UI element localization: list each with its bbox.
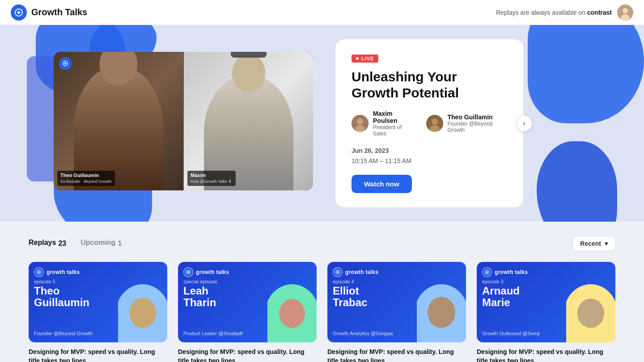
replay-text: Replays are always available on contrast: [496, 9, 612, 16]
card-episode-3: episode 4: [333, 279, 354, 284]
talk-title: Unleashing Your Growth Potential: [352, 69, 507, 101]
video-left: Theo Guillaumin Co-founder · Beyond Grow…: [54, 52, 183, 190]
svg-point-20: [486, 271, 488, 273]
svg-point-14: [38, 271, 40, 273]
card-person-2: [267, 269, 317, 342]
left-speaker-badge: Theo Guillaumin Co-founder · Beyond Grow…: [57, 171, 115, 186]
sort-button[interactable]: Recent ▾: [572, 236, 615, 251]
video-panel: Theo Guillaumin Co-founder · Beyond Grow…: [54, 52, 318, 195]
content-section: Replays 23 Upcoming 1 Recent ▾ growth ta…: [0, 222, 644, 362]
card-thumbnail-1: growth talks episode 5 TheoGuillaumin Fo…: [29, 262, 167, 342]
speaker-1-info: Maxim Poulsen President of Sales: [373, 110, 415, 137]
card-title-4: Designing for MVP: speed vs quality. Lon…: [477, 348, 615, 362]
svg-point-6: [64, 63, 66, 64]
card-episode-4: episode 3: [482, 279, 504, 284]
tab-upcoming[interactable]: Upcoming: [80, 239, 115, 248]
live-badge: LIVE: [352, 55, 378, 63]
speaker-2-info: Theo Guillamin Founder @Beyond Growth: [448, 114, 507, 133]
svg-point-8: [357, 118, 363, 125]
cards-grid: growth talks episode 5 TheoGuillaumin Fo…: [29, 262, 615, 362]
chevron-down-icon: ▾: [605, 240, 608, 247]
speaker-2-avatar: [426, 115, 443, 132]
card-guest-name-4: ArnaudMarie: [482, 285, 520, 309]
svg-point-1: [17, 11, 20, 14]
app-title: Growth Talks: [31, 7, 87, 17]
watch-now-button[interactable]: Watch now: [352, 175, 412, 193]
card-brand-1: growth talks: [47, 269, 80, 275]
card-guest-role-3: Growth Analytics @Gorgias: [333, 331, 393, 336]
svg-point-3: [623, 8, 628, 13]
svg-point-16: [187, 271, 189, 273]
card-brand-2: growth talks: [196, 269, 229, 275]
tab-upcoming-count: 1: [118, 240, 122, 248]
card-brand-3: growth talks: [345, 269, 378, 275]
event-time: Jun 26, 2023 10:15 AM – 11:15 AM: [352, 146, 507, 166]
episode-card-3[interactable]: growth talks episode 4 ElliotTrabac Grow…: [327, 262, 466, 362]
card-logo-4: [482, 267, 492, 277]
right-speaker-badge: Maxim Host @Growth Talks 🎙: [187, 171, 236, 186]
card-person-1: [118, 269, 167, 342]
header: Growth Talks Replays are always availabl…: [0, 0, 644, 25]
hero-section: Theo Guillaumin Co-founder · Beyond Grow…: [0, 25, 644, 222]
speaker-1-avatar: [352, 115, 369, 132]
card-guest-name-3: ElliotTrabac: [333, 285, 367, 309]
info-card: LIVE Unleashing Your Growth Potential: [335, 39, 523, 207]
tabs: Replays 23 Upcoming 1: [29, 239, 122, 248]
card-brand-4: growth talks: [495, 269, 528, 275]
svg-point-18: [337, 271, 339, 273]
tab-replays[interactable]: Replays: [29, 239, 56, 248]
speaker-2: Theo Guillamin Founder @Beyond Growth: [426, 110, 507, 137]
sort-label: Recent: [580, 240, 601, 247]
card-episode-1: episode 5: [34, 279, 55, 284]
card-guest-role-2: Product Leader @Smallpdf: [183, 331, 242, 336]
card-thumbnail-4: growth talks episode 3 ArnaudMarie Growt…: [477, 262, 615, 342]
episode-card-2[interactable]: growth talks special episode LeahTharin …: [178, 262, 317, 362]
card-thumbnail-3: growth talks episode 4 ElliotTrabac Grow…: [327, 262, 466, 342]
card-bg-2: growth talks special episode LeahTharin …: [178, 262, 317, 342]
card-logo-1: [34, 267, 44, 277]
card-title-1: Designing for MVP: speed vs quality. Lon…: [29, 348, 167, 362]
card-logo-3: [333, 267, 343, 277]
card-bg-4: growth talks episode 3 ArnaudMarie Growt…: [477, 262, 615, 342]
card-guest-role-4: Growth Outbound @Semji: [482, 331, 540, 336]
card-title-2: Designing for MVP: speed vs quality. Lon…: [178, 348, 317, 362]
card-person-4: [566, 269, 615, 342]
card-guest-role-1: Founder @Beyond Growth: [34, 331, 93, 336]
hero-content: Theo Guillaumin Co-founder · Beyond Grow…: [0, 39, 644, 207]
card-bg-1: growth talks episode 5 TheoGuillaumin Fo…: [29, 262, 167, 342]
header-right: Replays are always available on contrast: [496, 4, 633, 21]
card-episode-2: special episode: [183, 279, 217, 284]
svg-point-11: [432, 118, 438, 125]
video-main: Theo Guillaumin Co-founder · Beyond Grow…: [54, 52, 313, 190]
card-title-3: Designing for MVP: speed vs quality. Lon…: [327, 348, 466, 362]
card-thumbnail-2: growth talks special episode LeahTharin …: [178, 262, 317, 342]
video-logo-left: [59, 57, 72, 70]
card-bg-3: growth talks episode 4 ElliotTrabac Grow…: [327, 262, 466, 342]
user-avatar[interactable]: [617, 4, 633, 21]
live-dot: [356, 57, 359, 60]
next-arrow-button[interactable]: ›: [516, 115, 532, 131]
speakers-row: Maxim Poulsen President of Sales Theo Gu…: [352, 110, 507, 137]
video-right: Maxim Host @Growth Talks 🎙: [183, 52, 313, 190]
speaker-1: Maxim Poulsen President of Sales: [352, 110, 415, 137]
card-guest-name-2: LeahTharin: [183, 285, 216, 309]
tab-replays-count: 23: [58, 240, 66, 248]
card-guest-name-1: TheoGuillaumin: [34, 285, 89, 309]
header-left: Growth Talks: [11, 4, 87, 21]
card-person-3: [417, 269, 466, 342]
episode-card-4[interactable]: growth talks episode 3 ArnaudMarie Growt…: [477, 262, 615, 362]
card-logo-2: [183, 267, 193, 277]
episode-card-1[interactable]: growth talks episode 5 TheoGuillaumin Fo…: [29, 262, 167, 362]
app-logo-icon: [11, 4, 27, 21]
tabs-row: Replays 23 Upcoming 1 Recent ▾: [29, 236, 615, 251]
